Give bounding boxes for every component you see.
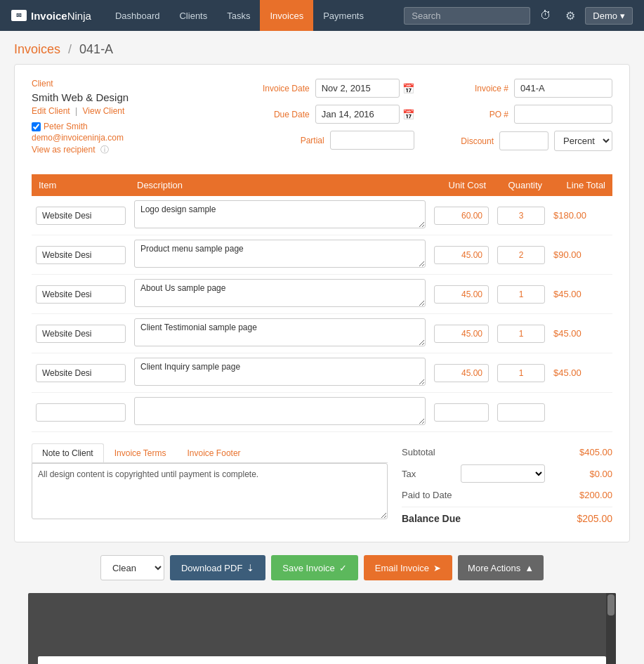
tax-row: Tax $0.00 — [402, 461, 612, 486]
tab-invoice-footer[interactable]: Invoice Footer — [177, 443, 251, 462]
save-icon: ✓ — [339, 563, 347, 573]
partial-row: Partial — [230, 131, 414, 150]
notes-section: Note to Client Invoice Terms Invoice Foo… — [32, 443, 388, 521]
item-desc-textarea[interactable]: Client Inquiry sample page — [134, 358, 426, 386]
client-email-row: demo@invoiceninja.com — [32, 133, 216, 143]
discount-type-select[interactable]: Percent Amount — [554, 131, 612, 151]
item-name-input[interactable] — [36, 364, 126, 382]
settings-icon-button[interactable]: ⚙ — [561, 6, 579, 25]
scrollbar-thumb[interactable] — [607, 594, 615, 616]
nav-dashboard[interactable]: Dashboard — [105, 0, 170, 31]
email-invoice-button[interactable]: Email Invoice ➤ — [364, 555, 452, 580]
invoice-number-input[interactable] — [514, 79, 612, 98]
item-desc-textarea[interactable]: Client Testimonial sample page — [134, 318, 426, 346]
clock-icon-button[interactable]: ⏱ — [536, 6, 556, 25]
table-row: Logo design sample $180.00 — [32, 196, 612, 235]
qty-input[interactable] — [497, 364, 545, 382]
item-name-input[interactable] — [36, 207, 126, 225]
qty-input[interactable] — [497, 325, 545, 343]
table-row: Client Testimonial sample page $45.00 — [32, 314, 612, 353]
breadcrumb-current: 041-A — [79, 42, 113, 56]
unit-cost-input[interactable] — [434, 285, 489, 304]
unit-cost-input[interactable] — [434, 207, 489, 225]
notes-textarea[interactable]: All design content is copyrighted until … — [32, 463, 388, 519]
nav-clients[interactable]: Clients — [169, 0, 217, 31]
more-actions-button[interactable]: More Actions ▲ — [458, 555, 544, 580]
col-header-description: Description — [130, 174, 430, 196]
item-desc-textarea[interactable]: Logo design sample — [134, 200, 426, 228]
item-desc-textarea[interactable] — [134, 397, 426, 425]
line-total: $90.00 — [553, 249, 587, 260]
nav-payments[interactable]: Payments — [313, 0, 374, 31]
nav-tasks[interactable]: Tasks — [217, 0, 260, 31]
discount-input[interactable] — [499, 131, 548, 150]
discount-label: Discount — [461, 136, 494, 146]
view-client-link[interactable]: View Client — [83, 106, 125, 116]
due-date-calendar-icon[interactable]: 📅 — [402, 109, 414, 120]
invoice-number-row: Invoice # — [428, 79, 612, 98]
col-header-unit-cost: Unit Cost — [430, 174, 493, 196]
invoice-date-calendar-icon[interactable]: 📅 — [402, 83, 414, 94]
item-name-input[interactable] — [36, 285, 126, 304]
unit-cost-input[interactable] — [434, 325, 489, 343]
unit-cost-input[interactable] — [434, 246, 489, 264]
qty-input[interactable] — [497, 207, 545, 225]
view-as-recipient-row: View as recipient ⓘ — [32, 144, 216, 156]
brand-icon: ✉ — [11, 10, 27, 21]
items-tbody: Logo design sample $180.00 Product menu … — [32, 196, 612, 432]
item-name-input[interactable] — [36, 403, 126, 422]
line-total — [553, 407, 559, 417]
table-row: About Us sample page $45.00 — [32, 275, 612, 314]
partial-input[interactable] — [330, 131, 414, 150]
col-header-item: Item — [32, 174, 130, 196]
search-input[interactable] — [404, 7, 530, 25]
tax-select[interactable] — [461, 464, 545, 483]
qty-input[interactable] — [497, 403, 545, 422]
scrollbar[interactable] — [606, 593, 616, 664]
item-desc-textarea[interactable]: About Us sample page — [134, 279, 426, 307]
balance-label: Balance Due — [402, 513, 461, 524]
invoice-date-input[interactable] — [315, 79, 400, 98]
partial-label: Partial — [301, 136, 324, 145]
edit-client-link[interactable]: Edit Client — [32, 106, 70, 116]
unit-cost-input[interactable] — [434, 364, 489, 382]
paid-label: Paid to Date — [402, 490, 452, 500]
item-desc-textarea[interactable]: Product menu sample page — [134, 240, 426, 268]
invoice-number-label: Invoice # — [466, 84, 508, 93]
view-as-recipient-link[interactable]: View as recipient — [32, 145, 96, 155]
client-section: Client Smith Web & Design Edit Client | … — [32, 79, 216, 157]
unit-cost-input[interactable] — [434, 403, 489, 422]
qty-input[interactable] — [497, 285, 545, 304]
table-header: Item Description Unit Cost Quantity Line… — [32, 174, 612, 196]
invoice-date-wrap: 📅 — [315, 79, 414, 98]
table-row: Product menu sample page $90.00 — [32, 235, 612, 275]
chevron-down-icon: ▾ — [620, 11, 625, 21]
balance-value: $205.00 — [577, 513, 612, 524]
person-name: Peter Smith — [44, 122, 88, 131]
template-select[interactable]: Clean Bold Modern — [100, 555, 164, 580]
breadcrumb: Invoices / 041-A — [0, 31, 644, 64]
user-menu-button[interactable]: Demo ▾ — [585, 7, 633, 25]
discount-row: Discount Percent Amount — [428, 131, 612, 151]
email-send-icon: ➤ — [433, 563, 441, 573]
breadcrumb-parent[interactable]: Invoices — [14, 42, 60, 56]
download-pdf-button[interactable]: Download PDF ⇣ — [170, 555, 265, 580]
tab-invoice-terms[interactable]: Invoice Terms — [104, 443, 177, 462]
line-total: $45.00 — [553, 328, 587, 339]
qty-input[interactable] — [497, 246, 545, 264]
po-input[interactable] — [514, 105, 612, 124]
due-date-input[interactable] — [315, 105, 400, 124]
item-name-input[interactable] — [36, 325, 126, 343]
tab-note-to-client[interactable]: Note to Client — [32, 443, 104, 462]
due-date-wrap: 📅 — [315, 105, 414, 124]
checkbox-row: Peter Smith — [32, 122, 216, 131]
brand: ✉ InvoiceNinja — [11, 10, 91, 22]
invoice-number-section: Invoice # PO # Discount Percent Amount — [428, 79, 612, 157]
save-invoice-button[interactable]: Save Invoice ✓ — [271, 555, 357, 580]
date-section: Invoice Date 📅 Due Date 📅 Partial — [230, 79, 414, 157]
nav-invoices[interactable]: Invoices — [260, 0, 313, 31]
item-name-input[interactable] — [36, 246, 126, 264]
client-email: demo@invoiceninja.com — [32, 133, 124, 143]
person-checkbox[interactable] — [32, 122, 41, 131]
client-links: Edit Client | View Client — [32, 106, 216, 116]
